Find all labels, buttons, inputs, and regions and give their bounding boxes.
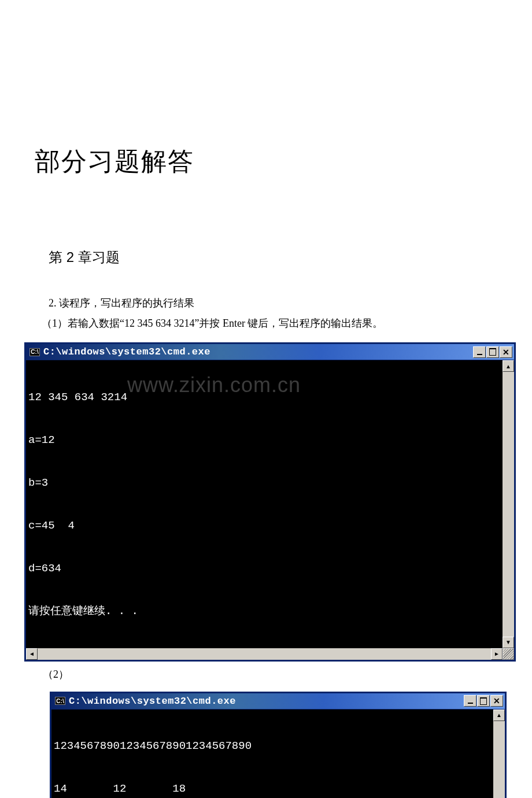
term-line: 请按任意键继续. . . [28,604,500,619]
minimize-button[interactable] [464,695,476,707]
terminal-area: 12 345 634 3214 a=12 b=3 c=45 4 d=634 请按… [26,360,514,648]
cmd-icon: C:\ [29,348,40,356]
term-line: c=45 4 [28,519,500,533]
cmd-title-text: C:\windows\system32\cmd.exe [69,696,464,707]
scroll-track[interactable] [503,372,514,637]
question-2-2-label: （2） [43,667,497,681]
close-button[interactable]: ✕ [490,695,503,707]
term-line: 123456789012345678901234567890 [54,739,491,753]
term-line: d=634 [28,561,500,576]
vertical-scrollbar[interactable]: ▲ ▼ [493,710,505,798]
terminal-area: 123456789012345678901234567890 14 12 18 … [51,710,505,798]
horizontal-scrollbar[interactable]: ◄ ► [26,648,514,660]
cmd-title-text: C:\windows\system32\cmd.exe [43,346,473,357]
vertical-scrollbar[interactable]: ▲ ▼ [503,360,514,648]
window-buttons: ✕ [464,695,503,707]
maximize-button[interactable] [486,346,499,358]
term-line: a=12 [28,433,500,448]
terminal-output-1: 12 345 634 3214 a=12 b=3 c=45 4 d=634 请按… [26,360,503,648]
resize-grip[interactable] [503,648,514,660]
scroll-right-button[interactable]: ► [491,648,503,660]
scroll-left-button[interactable]: ◄ [26,648,38,660]
term-line: 12 345 634 3214 [28,390,500,405]
scroll-track[interactable] [38,648,491,660]
scroll-down-button[interactable]: ▼ [503,637,514,648]
scroll-up-button[interactable]: ▲ [503,360,514,372]
cmd-window-2: C:\ C:\windows\system32\cmd.exe ✕ 123456… [50,692,507,798]
cmd-titlebar: C:\ C:\windows\system32\cmd.exe ✕ [26,344,514,360]
chapter-2-heading: 第 2 章习题 [49,248,497,267]
cmd-icon: C:\ [55,697,65,705]
question-2-intro: 2. 读程序，写出程序的执行结果 [49,294,497,312]
close-button[interactable]: ✕ [500,346,512,358]
question-2-1: （1）若输入数据“12 345 634 3214”并按 Enter 键后，写出程… [42,315,497,332]
term-line: b=3 [28,476,500,490]
scroll-track[interactable] [493,721,505,798]
term-line: 14 12 18 [54,782,491,796]
cmd-titlebar: C:\ C:\windows\system32\cmd.exe ✕ [51,693,505,710]
scroll-up-button[interactable]: ▲ [493,710,505,721]
maximize-button[interactable] [477,695,490,707]
terminal-output-2: 123456789012345678901234567890 14 12 18 … [51,710,493,798]
main-title: 部分习题解答 [35,145,497,179]
minimize-button[interactable] [473,346,486,358]
window-buttons: ✕ [473,346,512,358]
cmd-window-1: C:\ C:\windows\system32\cmd.exe ✕ 12 345… [24,342,516,662]
